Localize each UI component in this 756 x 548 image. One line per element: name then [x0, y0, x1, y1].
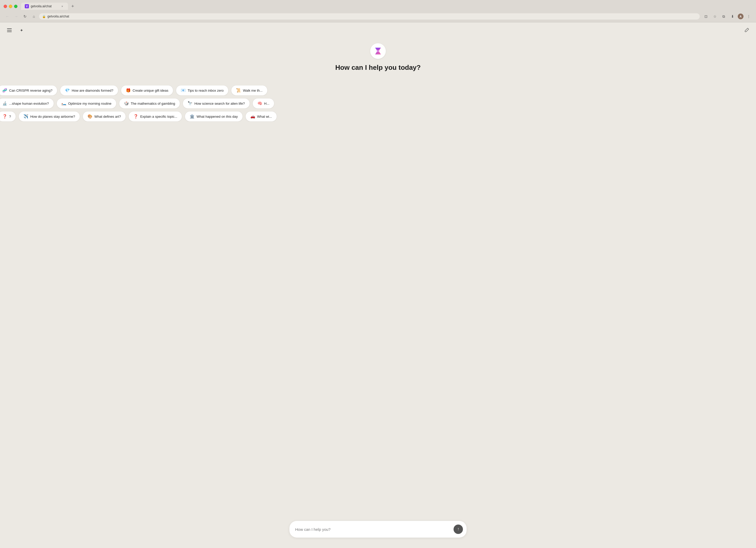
- tab-bar: V getvoila.ai/chat × +: [21, 3, 76, 10]
- app-toolbar: ✦: [0, 22, 756, 38]
- browser-chrome: V getvoila.ai/chat × + ← → ↻ ⌂ 🔒 getvoil…: [0, 0, 756, 22]
- address-bar[interactable]: 🔒 getvoila.ai/chat: [39, 13, 700, 20]
- hamburger-icon: [7, 28, 12, 32]
- chip-topic[interactable]: ❓ Explain a specific topic...: [128, 111, 182, 122]
- chip-diamonds-emoji: 💎: [65, 88, 70, 93]
- active-tab[interactable]: V getvoila.ai/chat ×: [21, 3, 68, 10]
- logo-container: How can I help you today?: [335, 43, 421, 72]
- traffic-lights: [4, 5, 17, 8]
- chip-gift[interactable]: 🎁 Create unique gift ideas: [121, 85, 173, 96]
- chip-partial3-label: ?: [9, 115, 11, 119]
- forward-button[interactable]: →: [13, 13, 20, 20]
- chat-input-container: ↑: [289, 521, 467, 538]
- chip-art-emoji: 🎨: [88, 114, 92, 119]
- address-text: getvoila.ai/chat: [47, 15, 697, 18]
- new-tab-button[interactable]: +: [69, 3, 76, 10]
- chip-history[interactable]: 🏛️ What happened on this day: [185, 111, 243, 122]
- chip-inbox-emoji: 📧: [181, 88, 186, 93]
- bottom-section: ↑: [289, 521, 467, 538]
- chat-input[interactable]: [295, 527, 451, 532]
- main-content: How can I help you today? 🧬 Can CRISPR r…: [0, 38, 756, 548]
- suggestion-row-2: 🔬 ...shape human evolution? 🛏️ Optimize …: [0, 98, 756, 109]
- chip-history-emoji: 🏛️: [190, 114, 195, 119]
- chip-crispr-emoji: 🧬: [2, 88, 7, 93]
- chip-morning[interactable]: 🛏️ Optimize my morning routine: [57, 98, 116, 109]
- suggestions-area: 🧬 Can CRISPR reverse aging? 💎 How are di…: [0, 85, 756, 122]
- close-window-button[interactable]: [4, 5, 7, 8]
- chip-alien[interactable]: 🔭 How science search for alien life?: [183, 98, 250, 109]
- chip-inbox-label: Tips to reach inbox zero: [188, 89, 224, 92]
- chip-alien-label: How science search for alien life?: [194, 102, 245, 105]
- hamburger-line-2: [7, 30, 12, 30]
- title-bar: V getvoila.ai/chat × +: [0, 0, 756, 11]
- send-icon: ↑: [457, 527, 459, 531]
- download-button[interactable]: ⬇: [729, 13, 736, 20]
- back-button[interactable]: ←: [4, 13, 11, 20]
- chip-whatwi-emoji: 🚗: [250, 114, 255, 119]
- minimize-window-button[interactable]: [9, 5, 12, 8]
- bookmark-button[interactable]: ☆: [711, 13, 718, 20]
- chip-gift-emoji: 🎁: [126, 88, 131, 93]
- chip-crispr[interactable]: 🧬 Can CRISPR reverse aging?: [0, 85, 57, 96]
- reload-button[interactable]: ↻: [21, 13, 29, 20]
- chip-evolution-label: ...shape human evolution?: [9, 102, 49, 105]
- chip-whatwi[interactable]: 🚗 What wi...: [245, 111, 277, 122]
- chip-partial3-emoji: ❓: [2, 114, 7, 119]
- theme-toggle-button[interactable]: ✦: [17, 26, 26, 34]
- chip-gambling[interactable]: 🎲 The mathematics of gambling: [119, 98, 180, 109]
- suggestion-row-1: 🧬 Can CRISPR reverse aging? 💎 How are di…: [0, 85, 756, 96]
- hamburger-line-1: [7, 28, 12, 29]
- nav-bar: ← → ↻ ⌂ 🔒 getvoila.ai/chat ⊡ ☆ ⧉ ⬇ A ⋮: [0, 11, 756, 22]
- nav-right: ⊡ ☆ ⧉ ⬇ A ⋮: [702, 13, 752, 20]
- chip-partial3[interactable]: ❓ ?: [0, 111, 16, 122]
- extensions-button[interactable]: ⧉: [720, 13, 727, 20]
- suggestion-row-1-inner: 🧬 Can CRISPR reverse aging? 💎 How are di…: [0, 85, 278, 96]
- menu-button[interactable]: ⋮: [745, 13, 752, 20]
- menu-toggle-button[interactable]: [5, 26, 14, 34]
- send-button[interactable]: ↑: [454, 525, 463, 534]
- chip-evolution[interactable]: 🔬 ...shape human evolution?: [0, 98, 54, 109]
- chip-crispr-label: Can CRISPR reverse aging?: [9, 89, 52, 92]
- toolbar-left: ✦: [5, 26, 26, 34]
- chip-gambling-emoji: 🎲: [124, 101, 129, 106]
- chip-art-label: What defines art?: [94, 115, 121, 119]
- chip-diamonds[interactable]: 💎 How are diamonds formed?: [60, 85, 118, 96]
- tab-title: getvoila.ai/chat: [31, 4, 58, 8]
- chip-topic-emoji: ❓: [133, 114, 138, 119]
- tab-close-button[interactable]: ×: [60, 4, 64, 8]
- chip-morning-label: Optimize my morning routine: [68, 102, 111, 105]
- voila-logo-icon: [374, 47, 382, 55]
- maximize-window-button[interactable]: [14, 5, 17, 8]
- chip-h-emoji: 🧠: [257, 101, 262, 106]
- chip-evolution-emoji: 🔬: [2, 101, 7, 106]
- compose-button[interactable]: [742, 26, 751, 34]
- chip-planes-emoji: ✈️: [23, 114, 28, 119]
- lock-icon: 🔒: [42, 15, 46, 18]
- chip-walkme[interactable]: 📜 Walk me th...: [231, 85, 267, 96]
- chip-walkme-emoji: 📜: [236, 88, 241, 93]
- chip-topic-label: Explain a specific topic...: [140, 115, 177, 119]
- chip-inbox[interactable]: 📧 Tips to reach inbox zero: [176, 85, 228, 96]
- tab-favicon-icon: V: [25, 4, 29, 8]
- profile-avatar[interactable]: A: [738, 14, 743, 19]
- chip-history-label: What happened on this day: [196, 115, 238, 119]
- svg-point-4: [377, 50, 379, 52]
- chip-h[interactable]: 🧠 H...: [252, 98, 274, 109]
- chip-planes[interactable]: ✈️ How do planes stay airborne?: [18, 111, 80, 122]
- logo-circle: [370, 43, 386, 59]
- suggestion-row-3-inner: ❓ ? ✈️ How do planes stay airborne? 🎨 Wh…: [0, 111, 287, 122]
- home-button[interactable]: ⌂: [30, 13, 38, 20]
- chip-morning-emoji: 🛏️: [61, 101, 66, 106]
- chip-alien-emoji: 🔭: [188, 101, 193, 106]
- chip-art[interactable]: 🎨 What defines art?: [83, 111, 126, 122]
- app-window: ✦: [0, 22, 756, 548]
- main-heading: How can I help you today?: [335, 64, 421, 72]
- chip-diamonds-label: How are diamonds formed?: [72, 89, 113, 92]
- cast-button[interactable]: ⊡: [702, 13, 710, 20]
- compose-icon: [744, 28, 749, 33]
- suggestion-row-2-inner: 🔬 ...shape human evolution? 🛏️ Optimize …: [0, 98, 285, 109]
- chip-walkme-label: Walk me th...: [243, 89, 262, 92]
- chip-gambling-label: The mathematics of gambling: [131, 102, 175, 105]
- suggestion-row-3: ❓ ? ✈️ How do planes stay airborne? 🎨 Wh…: [0, 111, 756, 122]
- chip-h-label: H...: [264, 102, 269, 105]
